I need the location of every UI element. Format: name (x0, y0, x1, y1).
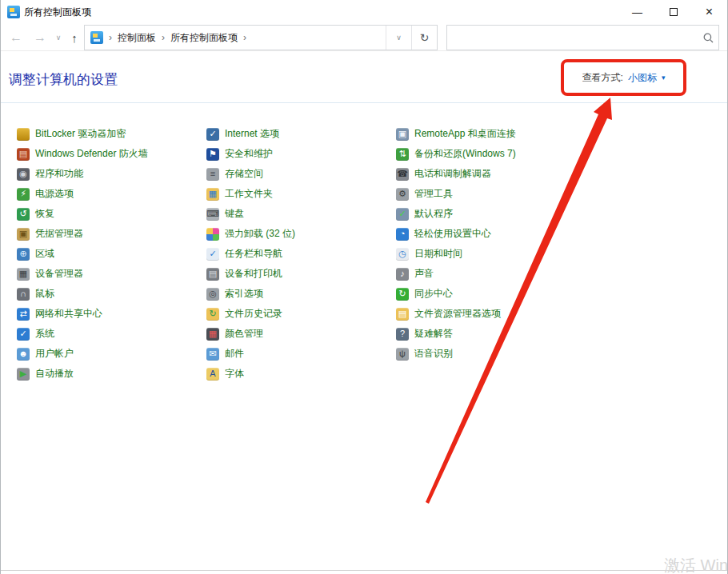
date-time-icon: ◷ (396, 248, 409, 261)
control-panel-item[interactable]: A字体 (206, 364, 244, 384)
toolbar-divider (1, 50, 727, 51)
window-controls: — × (619, 0, 727, 24)
admin-tools-icon: ⚙ (396, 188, 409, 201)
recovery-icon: ↺ (17, 208, 30, 221)
ease-of-access-icon: ◔ (396, 228, 409, 241)
control-panel-item[interactable]: ⊕区域 (17, 244, 54, 264)
title-bar: 所有控制面板项 — × (1, 0, 727, 24)
control-panel-window: 所有控制面板项 — × ← → ∨ ↑ ›控制面板›所有控制面板项› ∨ ↻ (0, 0, 728, 574)
search-icon[interactable] (698, 33, 718, 43)
control-panel-item-label: 自动播放 (35, 367, 74, 381)
control-panel-item[interactable]: ☻用户帐户 (17, 344, 74, 364)
control-panel-item[interactable]: ◷日期和时间 (396, 244, 462, 264)
control-panel-item-label: 电源选项 (35, 187, 74, 201)
control-panel-item[interactable]: ▤设备和打印机 (206, 264, 282, 284)
window-bottom-edge (1, 570, 727, 571)
control-panel-item-label: 工作文件夹 (225, 187, 273, 201)
maximize-button[interactable] (655, 0, 691, 24)
control-panel-item[interactable]: 强力卸载 (32 位) (206, 224, 295, 244)
control-panel-item[interactable]: ⇅备份和还原(Windows 7) (396, 144, 516, 164)
fonts-icon: A (206, 368, 219, 381)
control-panel-item-label: 邮件 (225, 347, 244, 361)
control-panel-item[interactable]: ⚡电源选项 (17, 184, 74, 204)
chevron-down-icon[interactable]: ▾ (662, 74, 666, 82)
control-panel-item[interactable]: ✉邮件 (206, 344, 244, 364)
control-panel-item[interactable]: ↻文件历史记录 (206, 304, 282, 324)
control-panel-item[interactable]: ≡存储空间 (206, 164, 263, 184)
indexing-options-icon: ◎ (206, 288, 219, 301)
control-panel-item[interactable]: ✓Internet 选项 (206, 124, 279, 144)
control-panel-item[interactable]: ▣凭据管理器 (17, 224, 83, 244)
control-panel-item[interactable]: ▦设备管理器 (17, 264, 83, 284)
control-panel-item[interactable]: ▦工作文件夹 (206, 184, 273, 204)
control-panel-item[interactable]: ✓系统 (17, 324, 54, 344)
control-panel-item-label: 设备和打印机 (225, 267, 282, 281)
control-panel-item-label: Internet 选项 (225, 127, 279, 141)
control-panel-item[interactable]: ▤文件资源管理器选项 (396, 304, 501, 324)
control-panel-item[interactable]: ✓任务栏和导航 (206, 244, 282, 264)
control-panel-item[interactable]: ↻同步中心 (396, 284, 453, 304)
devices-printers-icon: ▤ (206, 268, 219, 281)
breadcrumb-segment[interactable]: 所有控制面板项 (170, 31, 238, 45)
control-panel-item-label: 鼠标 (35, 287, 54, 301)
control-panel-item[interactable]: ⚙管理工具 (396, 184, 453, 204)
control-panel-item[interactable]: ⚑安全和维护 (206, 144, 273, 164)
bitlocker-icon (17, 128, 30, 141)
control-panel-item-label: BitLocker 驱动器加密 (35, 127, 126, 141)
window-title: 所有控制面板项 (24, 6, 91, 19)
address-bar[interactable]: ›控制面板›所有控制面板项› ∨ ↻ (84, 25, 438, 50)
control-panel-item-label: 字体 (225, 367, 244, 381)
control-panel-item[interactable]: ?疑难解答 (396, 324, 453, 344)
power-options-icon: ⚡ (17, 188, 30, 201)
control-panel-icon (7, 6, 20, 18)
breadcrumb-separator-icon: › (162, 32, 165, 43)
control-panel-item-label: 电话和调制解调器 (414, 167, 491, 181)
control-panel-item[interactable]: BitLocker 驱动器加密 (17, 124, 126, 144)
annotation-highlight-box: 查看方式: 小图标 ▾ (561, 59, 686, 96)
control-panel-item-label: 轻松使用设置中心 (414, 227, 491, 241)
control-panel-item[interactable]: ▶自动播放 (17, 364, 74, 384)
address-dropdown-button[interactable]: ∨ (386, 26, 411, 50)
control-panel-item-label: 文件历史记录 (225, 307, 282, 321)
control-panel-item-label: 凭据管理器 (35, 227, 83, 241)
security-maintenance-icon: ⚑ (206, 148, 219, 161)
control-panel-item[interactable]: ▦颜色管理 (206, 324, 263, 344)
control-panel-item[interactable]: ◉程序和功能 (17, 164, 83, 184)
user-accounts-icon: ☻ (17, 348, 30, 361)
search-input[interactable] (447, 26, 698, 50)
control-panel-item[interactable]: ▣RemoteApp 和桌面连接 (396, 124, 516, 144)
control-panel-item[interactable]: ◎索引选项 (206, 284, 263, 304)
history-dropdown-icon[interactable]: ∨ (52, 24, 65, 51)
control-panel-item-label: 网络和共享中心 (35, 307, 102, 321)
control-panel-item[interactable]: ▤Windows Defender 防火墙 (17, 144, 148, 164)
region-icon: ⊕ (17, 248, 30, 261)
system-icon: ✓ (17, 328, 30, 341)
control-panel-item[interactable]: ◔轻松使用设置中心 (396, 224, 491, 244)
close-button[interactable]: × (691, 0, 727, 24)
view-by-value-link[interactable]: 小图标 (628, 71, 657, 85)
forward-button[interactable]: → (30, 24, 50, 51)
up-button[interactable]: ↑ (65, 24, 84, 51)
control-panel-item[interactable]: ⌨键盘 (206, 204, 244, 224)
control-panel-item[interactable]: ψ语音识别 (396, 344, 453, 364)
control-panel-icon (90, 31, 103, 44)
control-panel-item[interactable]: ⇄网络和共享中心 (17, 304, 102, 324)
control-panel-item-label: 安全和维护 (225, 147, 273, 161)
control-panel-item-label: 管理工具 (414, 187, 453, 201)
speech-recognition-icon: ψ (396, 348, 409, 361)
back-button[interactable]: ← (6, 24, 26, 51)
control-panel-item[interactable]: ✓默认程序 (396, 204, 453, 224)
refresh-button[interactable]: ↻ (411, 26, 437, 50)
control-panel-item[interactable]: ∩鼠标 (17, 284, 54, 304)
control-panel-item-label: 强力卸载 (32 位) (225, 227, 295, 241)
control-panel-item-label: 文件资源管理器选项 (414, 307, 501, 321)
control-panel-item[interactable]: ♪声音 (396, 264, 434, 284)
breadcrumb-segment[interactable]: 控制面板 (118, 31, 156, 45)
minimize-button[interactable]: — (619, 0, 655, 24)
control-panel-item[interactable]: ↺恢复 (17, 204, 54, 224)
header-divider (1, 102, 727, 103)
control-panel-item-label: 索引选项 (225, 287, 263, 301)
color-management-icon: ▦ (206, 328, 219, 341)
control-panel-item[interactable]: ☎电话和调制解调器 (396, 164, 491, 184)
control-panel-item-label: 日期和时间 (414, 247, 462, 261)
